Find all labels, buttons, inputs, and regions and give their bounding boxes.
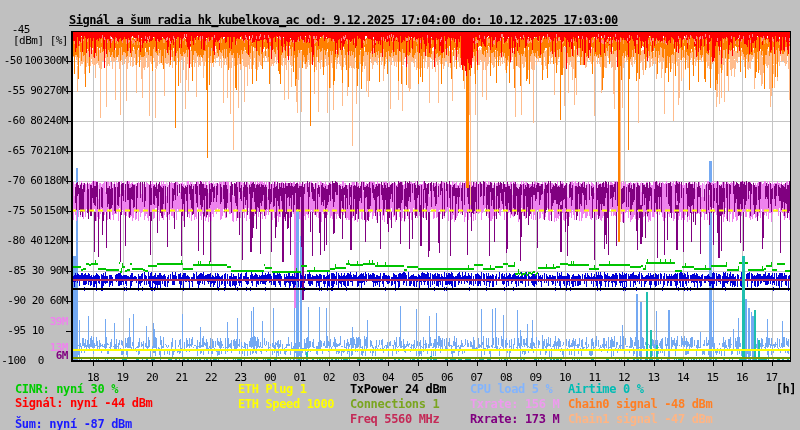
monitoring-graph-page: Signál a šum radia hk_kubelkova_ac od: 9… bbox=[0, 0, 800, 430]
y-tick-label: 150M bbox=[44, 204, 69, 216]
y-axis-row: -50100300M bbox=[0, 54, 68, 66]
legend-item-chain1: Chain1 signal -47 dBm bbox=[568, 412, 712, 426]
rate-current-marker: 6M bbox=[0, 349, 68, 362]
hour-tick-label: 16 bbox=[730, 371, 754, 384]
y-tick-label: -85 bbox=[0, 264, 26, 276]
y-tick-label: -60 bbox=[0, 114, 25, 126]
y-tick-label: -75 bbox=[0, 204, 25, 216]
y-axis-row: -6570210M bbox=[0, 144, 68, 156]
legend-item-signal: Signál: nyní -44 dBm bbox=[15, 396, 153, 410]
chart-canvas bbox=[0, 0, 800, 430]
chart-title: Signál a šum radia hk_kubelkova_ac od: 9… bbox=[69, 13, 618, 27]
hour-tick-label: 14 bbox=[671, 371, 695, 384]
y-axis-row: -6080240M bbox=[0, 114, 68, 126]
y-tick-label: 90 bbox=[27, 84, 43, 96]
y-tick-label: -55 bbox=[0, 84, 25, 96]
hour-tick-label: 15 bbox=[701, 371, 725, 384]
y-tick-label: 30 bbox=[28, 264, 44, 276]
y-tick-label: 80 bbox=[27, 114, 43, 126]
y-tick-label: 20 bbox=[28, 294, 44, 306]
y-tick-label: 210M bbox=[44, 144, 69, 156]
y-axis-row: -902060M bbox=[0, 294, 68, 306]
y-tick-label: -50 bbox=[0, 54, 22, 66]
y-tick-label: 300M bbox=[44, 54, 69, 66]
hour-tick-label: 13 bbox=[642, 371, 666, 384]
hour-tick-label: 20 bbox=[140, 371, 164, 384]
legend-item-cpu: CPU load 5 % bbox=[470, 382, 553, 396]
y-tick-label: -80 bbox=[0, 234, 25, 246]
y-axis-units-label: [dBm] [%] bbox=[0, 34, 68, 47]
legend-item-connections: Connections 1 bbox=[350, 397, 439, 411]
x-axis-unit: [h] bbox=[766, 382, 796, 396]
y-tick-label: 120M bbox=[44, 234, 69, 246]
y-tick-label: -70 bbox=[0, 174, 25, 186]
legend-item-chain0: Chain0 signal -48 dBm bbox=[568, 397, 712, 411]
legend-item-cinr: CINR: nyní 30 % bbox=[15, 382, 118, 396]
hour-tick-label: 22 bbox=[199, 371, 223, 384]
y-tick-label: 270M bbox=[44, 84, 69, 96]
legend-item-eth-plug: ETH Plug 1 bbox=[238, 382, 307, 396]
hour-tick-label: 21 bbox=[170, 371, 194, 384]
y-axis-row: -7550150M bbox=[0, 204, 68, 216]
y-tick-label: 40 bbox=[27, 234, 43, 246]
legend-item-txrate: Txrate: 156 M bbox=[470, 397, 559, 411]
legend-item-airtime: Airtime 0 % bbox=[568, 382, 644, 396]
legend-item-noise: Šum: nyní -87 dBm bbox=[15, 417, 132, 430]
y-tick-label: 70 bbox=[27, 144, 43, 156]
legend-item-freq: Freq 5560 MHz bbox=[350, 412, 439, 426]
y-tick-label: -90 bbox=[0, 294, 26, 306]
hour-tick-label: 02 bbox=[317, 371, 341, 384]
y-tick-label: -65 bbox=[0, 144, 25, 156]
y-axis-row: -8040120M bbox=[0, 234, 68, 246]
y-tick-label: 180M bbox=[44, 174, 69, 186]
y-tick-label: 240M bbox=[44, 114, 69, 126]
y-axis-row: -853090M bbox=[0, 264, 68, 276]
legend-item-txpower: TxPower 24 dBm bbox=[350, 382, 446, 396]
legend-item-eth-speed: ETH Speed 1000 bbox=[238, 397, 334, 411]
y-axis-row: -7060180M bbox=[0, 174, 68, 186]
y-tick-label: 60M bbox=[45, 294, 68, 306]
rate-current-marker: 39M bbox=[0, 315, 68, 328]
y-tick-label: 90M bbox=[45, 264, 68, 276]
y-tick-label: 50 bbox=[27, 204, 43, 216]
y-tick-label: 60 bbox=[27, 174, 43, 186]
legend-item-rxrate: Rxrate: 173 M bbox=[470, 412, 559, 426]
y-axis-row: -5590270M bbox=[0, 84, 68, 96]
y-tick-label: 100 bbox=[24, 54, 42, 66]
